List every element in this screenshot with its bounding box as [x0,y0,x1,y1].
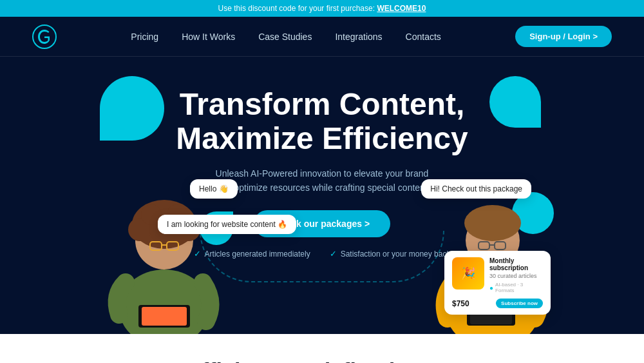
banner-code: WELCOME10 [377,4,426,13]
package-info: Monthly subscription 30 curated articles… [489,257,543,296]
banner-text: Use this discount code for your first pu… [218,4,377,13]
nav-item-howitworks[interactable]: How It Works [182,31,235,43]
svg-rect-8 [142,307,187,326]
blob-top-right [489,76,541,128]
package-card-inner: 🎉 Monthly subscription 30 curated articl… [452,257,543,296]
svg-point-14 [464,205,521,241]
package-emoji: 🎉 [461,266,475,280]
hero-subtitle: Unleash AI-Powered innovation to elevate… [213,166,431,195]
check-articles: ✓ Articles generated immediately [194,249,310,259]
check-satisfaction: ✓ Satisfaction or your money back [330,249,451,259]
navbar: Pricing How It Works Case Studies Integr… [0,17,644,57]
blob-top-left [100,76,164,141]
package-image: 🎉 [452,257,484,289]
logo-icon [32,25,57,49]
check-icon-2: ✓ [330,249,337,259]
signup-login-button[interactable]: Sign-up / Login > [515,26,612,47]
package-title: Monthly subscription [489,257,543,271]
package-meta-dot: ● [489,284,493,291]
package-meta: ● AI-based · 3 Formats [489,282,543,293]
nav-item-integrations[interactable]: Integrations [335,31,382,43]
nav-links: Pricing How It Works Case Studies Integr… [131,31,440,43]
check-icon-1: ✓ [194,249,201,259]
chat-bubble-hicheck: Hi! Check out this package [421,179,531,199]
nav-logo [32,25,57,49]
below-hero-title: Efficiency redefined: save time, elevate… [0,357,644,363]
nav-item-contacts[interactable]: Contacts [406,31,441,43]
subscribe-button[interactable]: Subscribe now [496,299,543,308]
below-hero: Efficiency redefined: save time, elevate… [0,334,644,363]
package-card: 🎉 Monthly subscription 30 curated articl… [444,251,551,315]
package-footer: $750 Subscribe now [452,299,543,308]
nav-item-casestudies[interactable]: Case Studies [258,31,312,43]
chat-bubble-looking: I am looking for website content 🔥 [158,215,296,234]
nav-item-pricing[interactable]: Pricing [131,31,158,43]
hero-title: Transform Content, Maximize Efficiency [176,88,468,156]
hero-checks: ✓ Articles generated immediately ✓ Satis… [176,249,468,259]
package-price: $750 [452,299,469,308]
package-desc: 30 curated articles [489,273,543,279]
hero-section: Transform Content, Maximize Efficiency U… [0,57,644,334]
top-banner: Use this discount code for your first pu… [0,0,644,17]
chat-bubble-hello: Hello 👋 [190,179,238,199]
